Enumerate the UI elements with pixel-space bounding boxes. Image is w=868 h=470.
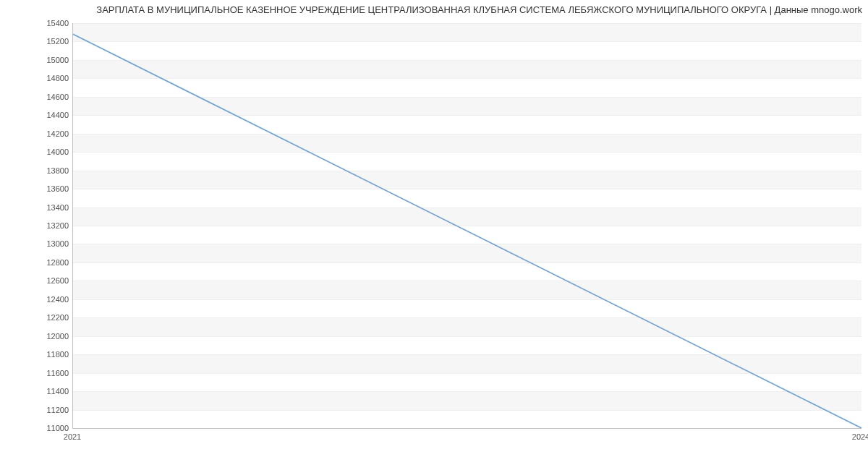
y-tick-label: 12400 — [46, 295, 69, 304]
y-tick-label: 15400 — [46, 19, 69, 27]
y-tick-label: 13800 — [46, 166, 69, 175]
x-tick-label: 2021 — [64, 432, 81, 441]
y-tick-label: 15000 — [46, 56, 69, 64]
y-tick-label: 13600 — [46, 184, 69, 193]
x-axis-ticks: 20212024 — [72, 430, 861, 444]
y-axis-ticks: 1100011200114001160011800120001220012400… — [0, 23, 69, 428]
y-tick-label: 12600 — [46, 276, 69, 285]
y-tick-label: 12800 — [46, 258, 69, 267]
plot-area — [72, 23, 861, 429]
y-tick-label: 11000 — [46, 424, 69, 432]
x-tick-label: 2024 — [852, 432, 868, 441]
y-tick-label: 11200 — [46, 406, 69, 414]
line-series — [73, 23, 861, 428]
y-tick-label: 14400 — [46, 111, 69, 119]
y-tick-label: 13200 — [46, 221, 69, 230]
y-tick-label: 11600 — [46, 369, 69, 377]
y-tick-label: 15200 — [46, 37, 69, 46]
y-tick-label: 11800 — [46, 350, 69, 359]
series-line — [73, 34, 861, 428]
y-tick-label: 13400 — [46, 203, 69, 212]
y-tick-label: 13000 — [46, 239, 69, 248]
chart-container: ЗАРПЛАТА В МУНИЦИПАЛЬНОЕ КАЗЕННОЕ УЧРЕЖД… — [0, 0, 868, 470]
y-tick-label: 14600 — [46, 93, 69, 101]
y-tick-label: 12200 — [46, 313, 69, 322]
y-tick-label: 14200 — [46, 129, 69, 138]
chart-title: ЗАРПЛАТА В МУНИЦИПАЛЬНОЕ КАЗЕННОЕ УЧРЕЖД… — [6, 4, 862, 15]
y-tick-label: 14000 — [46, 148, 69, 156]
y-tick-label: 14800 — [46, 74, 69, 82]
y-tick-label: 12000 — [46, 332, 69, 341]
y-tick-label: 11400 — [46, 387, 69, 396]
